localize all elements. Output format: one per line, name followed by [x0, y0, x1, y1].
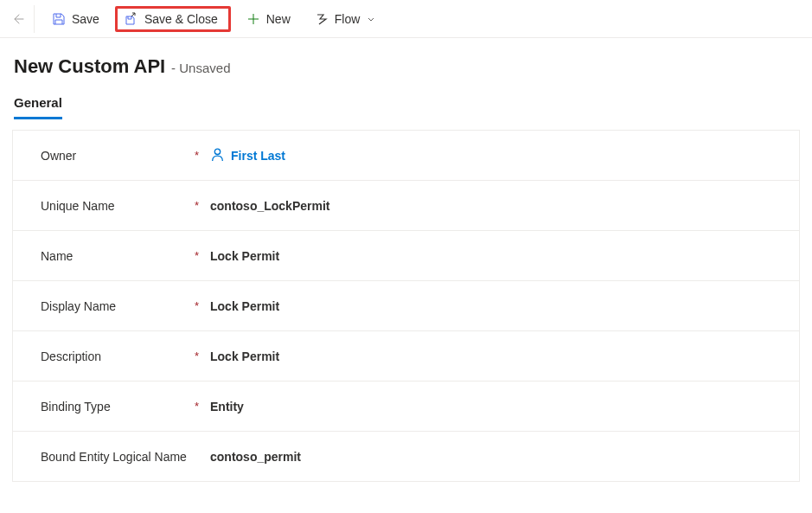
flow-button[interactable]: Flow — [306, 7, 387, 31]
required-mark: * — [195, 149, 210, 162]
required-mark: * — [195, 299, 210, 312]
field-bound-entity-logical-name[interactable]: Bound Entity Logical Name contoso_permit — [13, 432, 799, 482]
person-icon — [210, 147, 225, 164]
save-close-icon — [125, 12, 138, 26]
field-label: Binding Type — [41, 400, 195, 414]
field-display-name[interactable]: Display Name * Lock Permit — [13, 281, 799, 331]
new-button[interactable]: New — [238, 7, 299, 31]
field-value: Lock Permit — [210, 349, 279, 363]
new-button-label: New — [266, 12, 291, 26]
arrow-left-icon — [10, 12, 24, 26]
tab-general[interactable]: General — [14, 95, 62, 119]
plus-icon — [246, 12, 260, 26]
required-mark: * — [195, 400, 210, 413]
field-description[interactable]: Description * Lock Permit — [13, 331, 799, 382]
field-label: Name — [41, 249, 195, 263]
field-label: Bound Entity Logical Name — [41, 450, 195, 464]
field-value: Lock Permit — [210, 299, 279, 313]
required-mark: * — [195, 199, 210, 212]
page-title: New Custom API — [14, 55, 165, 77]
chevron-down-icon — [364, 12, 378, 26]
field-label: Owner — [41, 149, 195, 163]
save-button-label: Save — [72, 12, 99, 26]
save-icon — [52, 12, 66, 26]
page-header: New Custom API - Unsaved — [0, 38, 812, 85]
required-mark: * — [195, 349, 210, 362]
flow-icon — [315, 12, 329, 26]
field-value: Entity — [210, 400, 244, 414]
required-mark: * — [195, 249, 210, 262]
owner-name: First Last — [231, 149, 285, 163]
save-and-close-button-label: Save & Close — [144, 12, 218, 26]
form-section: Owner * First Last Unique Name * contoso… — [12, 130, 800, 482]
field-unique-name[interactable]: Unique Name * contoso_LockPermit — [13, 181, 799, 231]
field-name[interactable]: Name * Lock Permit — [13, 231, 799, 281]
back-button[interactable] — [7, 5, 35, 33]
field-label: Unique Name — [41, 199, 195, 213]
field-value: Lock Permit — [210, 249, 279, 263]
field-label: Display Name — [41, 299, 195, 313]
field-binding-type[interactable]: Binding Type * Entity — [13, 382, 799, 432]
field-value: contoso_permit — [210, 450, 301, 464]
owner-lookup-value[interactable]: First Last — [210, 147, 285, 164]
field-owner[interactable]: Owner * First Last — [13, 131, 799, 181]
svg-point-0 — [214, 149, 220, 154]
page-subtitle: - Unsaved — [171, 61, 230, 75]
field-label: Description — [41, 349, 195, 363]
save-button[interactable]: Save — [43, 7, 108, 31]
field-value: contoso_LockPermit — [210, 199, 329, 213]
save-and-close-button[interactable]: Save & Close — [115, 6, 231, 32]
form-tabs: General — [0, 85, 812, 119]
command-bar: Save Save & Close New Flow — [0, 0, 812, 38]
flow-button-label: Flow — [335, 12, 361, 26]
